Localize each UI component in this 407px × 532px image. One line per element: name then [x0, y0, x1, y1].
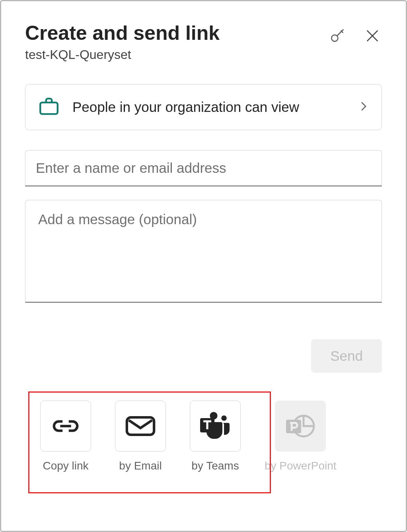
briefcase-icon [37, 95, 60, 119]
email-option[interactable]: by Email [115, 401, 166, 472]
share-options-row: Copy link by Email [25, 401, 382, 472]
powerpoint-icon-box [275, 401, 326, 452]
svg-rect-1 [40, 102, 58, 114]
share-dialog: Create and send link test-KQL-Queryset [0, 0, 407, 532]
header-actions [327, 25, 382, 47]
close-icon [364, 28, 380, 44]
key-icon [329, 27, 347, 45]
dialog-header: Create and send link test-KQL-Queryset [25, 21, 382, 62]
dialog-subtitle: test-KQL-Queryset [25, 47, 327, 62]
powerpoint-option[interactable]: by PowerPoint [265, 401, 337, 472]
svg-point-4 [221, 415, 227, 421]
dialog-title: Create and send link [25, 21, 327, 45]
svg-rect-2 [127, 417, 154, 435]
svg-point-0 [331, 35, 338, 41]
close-button[interactable] [363, 26, 382, 45]
copy-link-label: Copy link [43, 460, 88, 472]
permission-text: People in your organization can view [72, 97, 346, 118]
send-row: Send [25, 339, 382, 373]
teams-icon-box [190, 401, 241, 452]
email-label: by Email [119, 460, 162, 472]
teams-label: by Teams [191, 460, 239, 472]
copy-link-option[interactable]: Copy link [40, 401, 91, 472]
svg-rect-7 [286, 420, 301, 433]
teams-option[interactable]: by Teams [190, 401, 241, 472]
teams-icon [198, 411, 233, 441]
powerpoint-icon [283, 411, 318, 441]
chevron-right-icon [358, 100, 370, 114]
title-group: Create and send link test-KQL-Queryset [25, 21, 327, 62]
mail-icon [125, 414, 156, 438]
send-button[interactable]: Send [311, 339, 382, 373]
permission-settings-button[interactable]: People in your organization can view [25, 84, 382, 130]
copy-link-icon-box [40, 401, 91, 452]
key-button[interactable] [327, 25, 349, 47]
powerpoint-label: by PowerPoint [265, 460, 337, 472]
link-icon [50, 416, 81, 436]
email-icon-box [115, 401, 166, 452]
message-textarea[interactable] [25, 200, 382, 303]
recipient-input[interactable] [25, 150, 382, 186]
